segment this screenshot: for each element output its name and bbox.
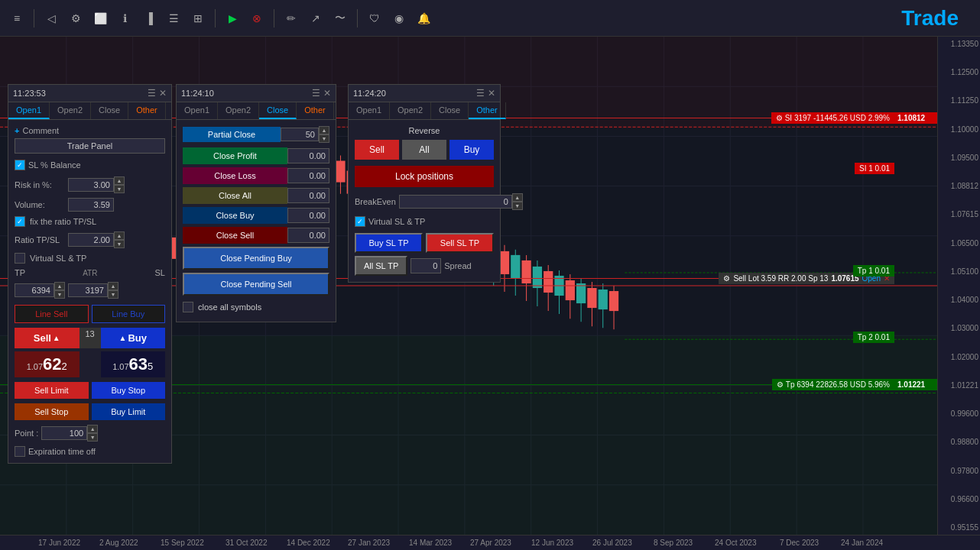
virtual-sl-checkbox[interactable] bbox=[15, 253, 25, 264]
p3-tab-other[interactable]: Other bbox=[469, 102, 506, 119]
all-sl-tp-button[interactable]: All SL TP bbox=[355, 256, 407, 276]
close-all-value[interactable] bbox=[287, 188, 329, 203]
p3-tab-open1[interactable]: Open1 bbox=[349, 102, 390, 119]
info-icon[interactable]: ℹ bbox=[114, 8, 135, 29]
risk-input[interactable] bbox=[68, 178, 114, 192]
p2-tab-other[interactable]: Other bbox=[297, 102, 334, 119]
close-all-button[interactable]: Close All bbox=[183, 187, 287, 204]
buy-limit-button[interactable]: Buy Limit bbox=[92, 403, 166, 420]
grid-icon[interactable]: ⊞ bbox=[187, 8, 209, 29]
shield-icon[interactable]: 🛡 bbox=[364, 8, 385, 29]
play-icon[interactable]: ▶ bbox=[222, 8, 243, 29]
sl-spin-up[interactable]: ▲ bbox=[108, 282, 118, 290]
close-loss-value[interactable] bbox=[287, 168, 329, 183]
sl-spin-down[interactable]: ▼ bbox=[108, 290, 118, 299]
time-5: 14 Dec 2022 bbox=[287, 539, 330, 547]
reverse-all-button[interactable]: All bbox=[402, 140, 446, 160]
comment-plus[interactable]: + bbox=[15, 126, 19, 135]
ratio-spin-up[interactable]: ▲ bbox=[114, 231, 125, 240]
bell-icon[interactable]: 🔔 bbox=[413, 8, 434, 29]
chart-bar-icon[interactable]: ▐ bbox=[138, 8, 160, 29]
sell-sl-tp-button[interactable]: Sell SL TP bbox=[426, 233, 494, 253]
risk-spin-down[interactable]: ▼ bbox=[114, 185, 125, 193]
sell-limit-button[interactable]: Sell Limit bbox=[15, 382, 89, 399]
tab-open1[interactable]: Open1 bbox=[8, 102, 50, 119]
gear-icon[interactable]: ⚙ bbox=[65, 8, 86, 29]
partial-spin-up[interactable]: ▲ bbox=[319, 126, 329, 134]
risk-spin-up[interactable]: ▲ bbox=[114, 176, 125, 185]
close-buy-value[interactable] bbox=[287, 208, 329, 223]
sl-balance-checkbox[interactable]: ✓ bbox=[15, 160, 25, 170]
trend-icon[interactable]: ↗ bbox=[305, 8, 326, 29]
time-11: 8 Sep 2023 bbox=[654, 539, 693, 547]
panel1-close-icon[interactable]: ✕ bbox=[159, 88, 167, 99]
tp-spin-down[interactable]: ▼ bbox=[54, 290, 65, 299]
draw-icon[interactable]: ✏ bbox=[281, 8, 302, 29]
tab-open2[interactable]: Open2 bbox=[50, 102, 91, 119]
close-sell-value[interactable] bbox=[287, 228, 329, 243]
breakeven-spin-up[interactable]: ▲ bbox=[512, 193, 523, 202]
buy-stop-button[interactable]: Buy Stop bbox=[92, 382, 166, 399]
lock-positions-button[interactable]: Lock positions bbox=[355, 166, 494, 187]
svg-rect-116 bbox=[566, 280, 575, 300]
close-pending-buy-button[interactable]: Close Pending Buy bbox=[183, 247, 329, 270]
panel2-menu-icon[interactable]: ☰ bbox=[312, 88, 320, 99]
pie-icon[interactable]: ◉ bbox=[388, 8, 410, 29]
sell-main-button[interactable]: Sell ▲ bbox=[15, 328, 80, 348]
panel3-close-icon[interactable]: ✕ bbox=[488, 88, 495, 99]
buy-sl-tp-button[interactable]: Buy SL TP bbox=[355, 233, 423, 253]
list-icon[interactable]: ☰ bbox=[163, 8, 184, 29]
spread-input[interactable] bbox=[410, 258, 441, 273]
panel3-menu-icon[interactable]: ☰ bbox=[476, 88, 485, 99]
close-profit-button[interactable]: Close Profit bbox=[183, 147, 287, 164]
line-sell-button[interactable]: Line Sell bbox=[15, 305, 89, 323]
partial-spin-down[interactable]: ▼ bbox=[319, 134, 329, 143]
volume-input[interactable] bbox=[68, 198, 114, 212]
reverse-sell-button[interactable]: Sell bbox=[355, 140, 399, 160]
tp-sl-header: TP ATR SL bbox=[15, 268, 165, 277]
virtual-sl-tp-checkbox[interactable]: ✓ bbox=[355, 216, 365, 227]
line-buy-button[interactable]: Line Buy bbox=[92, 305, 166, 323]
wave-icon[interactable]: 〜 bbox=[329, 8, 351, 29]
close-sell-button[interactable]: Close Sell bbox=[183, 227, 287, 244]
ratio-input[interactable] bbox=[68, 233, 114, 247]
close-all-symbols-checkbox[interactable] bbox=[183, 302, 193, 312]
svg-rect-118 bbox=[576, 283, 586, 303]
comment-input[interactable] bbox=[15, 138, 165, 154]
reverse-buy-button[interactable]: Buy bbox=[449, 140, 494, 160]
breakeven-input[interactable] bbox=[399, 195, 512, 209]
breakeven-spin-down[interactable]: ▼ bbox=[512, 202, 523, 210]
point-input[interactable] bbox=[41, 426, 87, 440]
point-spin-down[interactable]: ▼ bbox=[87, 433, 98, 442]
tp-input[interactable] bbox=[15, 283, 54, 297]
panel1-menu-icon[interactable]: ☰ bbox=[148, 88, 156, 99]
p2-tab-open2[interactable]: Open2 bbox=[218, 102, 259, 119]
tp-spin-up[interactable]: ▲ bbox=[54, 282, 65, 290]
p3-tab-open2[interactable]: Open2 bbox=[390, 102, 431, 119]
price-axis: 1.13350 1.12500 1.11250 1.10000 1.09500 … bbox=[937, 37, 980, 535]
back-icon[interactable]: ◁ bbox=[41, 8, 62, 29]
close-pending-sell-button[interactable]: Close Pending Sell bbox=[183, 273, 329, 296]
menu-icon[interactable]: ≡ bbox=[6, 8, 28, 29]
exp-checkbox[interactable] bbox=[15, 446, 25, 457]
close-profit-value[interactable] bbox=[287, 148, 329, 163]
camera-icon[interactable]: ⬜ bbox=[89, 8, 111, 29]
buy-main-button[interactable]: ▲ Buy bbox=[101, 328, 166, 348]
sell-stop-button[interactable]: Sell Stop bbox=[15, 403, 89, 420]
buy-price-sup: 5 bbox=[148, 361, 153, 372]
partial-close-button[interactable]: Partial Close bbox=[183, 127, 281, 142]
sl-input[interactable] bbox=[68, 283, 108, 297]
p3-tab-close[interactable]: Close bbox=[431, 102, 469, 119]
partial-input[interactable] bbox=[281, 128, 319, 141]
fix-ratio-checkbox[interactable]: ✓ bbox=[15, 216, 25, 227]
panel2-close-icon[interactable]: ✕ bbox=[323, 88, 331, 99]
tab-close[interactable]: Close bbox=[91, 102, 128, 119]
ratio-spin-down[interactable]: ▼ bbox=[114, 240, 125, 248]
p2-tab-open1[interactable]: Open1 bbox=[177, 102, 218, 119]
point-spin-up[interactable]: ▲ bbox=[87, 425, 98, 433]
p2-tab-close[interactable]: Close bbox=[259, 102, 297, 119]
stop-icon[interactable]: ⊗ bbox=[246, 8, 268, 29]
tab-other[interactable]: Other bbox=[128, 102, 166, 119]
close-loss-button[interactable]: Close Loss bbox=[183, 167, 287, 184]
close-buy-button[interactable]: Close Buy bbox=[183, 207, 287, 224]
